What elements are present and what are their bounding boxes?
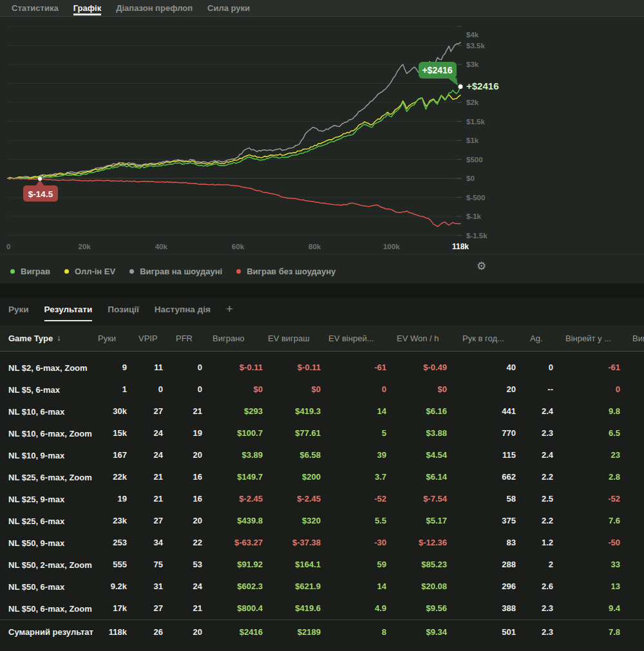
y-axis-label: $500 bbox=[466, 156, 483, 164]
legend-dot-icon bbox=[10, 269, 15, 274]
column-header-game-type[interactable]: Game Type ↓ bbox=[8, 325, 61, 351]
value-cell-10: 7.6 bbox=[0, 510, 620, 532]
table-row-11[interactable]: NL $50, 6-max9.2k3124$602.3$621.914$20.0… bbox=[0, 576, 644, 598]
value-cell-10: 23 bbox=[0, 444, 620, 466]
game-type-label: Game Type bbox=[8, 334, 53, 343]
legend-item-4[interactable]: Виграв без шоудауну bbox=[236, 267, 336, 276]
legend-item-1[interactable]: Виграв bbox=[10, 267, 50, 276]
results-tab-2[interactable]: Результати bbox=[44, 301, 93, 323]
table-row-10[interactable]: NL $50, 2-max, Zoom5557553$91.92$164.159… bbox=[0, 554, 644, 576]
legend-item-2[interactable]: Олл-ін EV bbox=[64, 267, 115, 276]
value-cell-10: -52 bbox=[0, 488, 620, 510]
table-row-3[interactable]: NL $10, 6-max30k2721$293$419.314$6.16441… bbox=[0, 401, 644, 422]
x-axis-label: 100k bbox=[383, 243, 400, 250]
x-axis-label: 60k bbox=[232, 243, 245, 250]
end-point-marker bbox=[459, 84, 463, 89]
value-cell-10: -61 bbox=[0, 357, 620, 379]
table-row-6[interactable]: NL $25, 6-max, Zoom22k2116$149.7$2003.7$… bbox=[0, 466, 644, 488]
value-cell-10: 33 bbox=[0, 554, 620, 576]
legend-item-3[interactable]: Виграв на шоудауні bbox=[129, 267, 222, 276]
min-badge-label: $-14.5 bbox=[28, 189, 53, 199]
y-axis-label: $-1k bbox=[466, 212, 482, 220]
value-cell-10: 0 bbox=[0, 379, 620, 401]
min-point-marker bbox=[38, 177, 42, 181]
x-axis-label: 20k bbox=[79, 243, 91, 250]
series-line-1 bbox=[8, 87, 460, 179]
y-axis-label: $4k bbox=[466, 31, 479, 39]
column-header-3[interactable]: PFR bbox=[176, 325, 193, 351]
legend-label: Олл-ін EV bbox=[75, 267, 115, 276]
results-tab-3[interactable]: Позиції bbox=[108, 301, 139, 323]
column-header-8[interactable]: Рук в год... bbox=[462, 325, 504, 351]
table-row-1[interactable]: NL $2, 6-max, Zoom9110$-0.11$-0.11-61$-0… bbox=[0, 357, 644, 379]
chart-legend: ВигравОлл-ін EVВиграв на шоудауніВиграв … bbox=[0, 262, 336, 280]
y-axis-label: $1.5k bbox=[466, 118, 485, 126]
y-axis-label: $3.5k bbox=[466, 42, 485, 50]
y-axis-label: $2k bbox=[466, 99, 479, 106]
legend-label: Виграв без шоудауну bbox=[247, 267, 336, 276]
value-cell-10: 6.5 bbox=[0, 422, 620, 444]
top-tab-2[interactable]: Графік bbox=[73, 0, 102, 16]
top-tab-3[interactable]: Діапазон префлоп bbox=[116, 0, 193, 16]
table-row-2[interactable]: NL $5, 6-max100$0$00$020--0 bbox=[0, 379, 644, 401]
tooltip-label: +$2416 bbox=[422, 65, 452, 75]
value-cell-10: 9.4 bbox=[0, 598, 620, 619]
results-section: РукиРезультатиПозиціїНаступна дія+ Game … bbox=[0, 298, 644, 651]
y-axis-label: $3k bbox=[466, 61, 479, 68]
chart-panel: 020k40k60k80k100k118k$4k$3.5k$3k$2k$1.5k… bbox=[0, 17, 644, 283]
section-divider bbox=[0, 283, 644, 298]
column-header-6[interactable]: EV вінрей... bbox=[328, 325, 374, 351]
series-line-3 bbox=[8, 42, 460, 179]
legend-dot-icon bbox=[236, 269, 241, 274]
results-tab-4[interactable]: Наступна дія bbox=[155, 301, 211, 323]
table-row-5[interactable]: NL $10, 9-max1672420$3.89$6.5839$4.54115… bbox=[0, 444, 644, 466]
current-value-label: +$2416 bbox=[466, 80, 498, 91]
y-axis-label: $1k bbox=[466, 137, 479, 144]
y-axis-label: $-500 bbox=[466, 194, 485, 202]
legend-label: Виграв на шоудауні bbox=[140, 267, 222, 276]
value-cell-10: -50 bbox=[0, 532, 620, 554]
top-tabbar: СтатистикаГрафікДіапазон префлопСила рук… bbox=[0, 0, 644, 17]
x-axis-label: 0 bbox=[6, 243, 10, 250]
y-axis-label: $-1.5k bbox=[466, 232, 488, 240]
results-tabbar: РукиРезультатиПозиціїНаступна дія+ bbox=[0, 298, 644, 325]
x-axis-label: 80k bbox=[308, 243, 321, 250]
table-body: NL $2, 6-max, Zoom9110$-0.11$-0.11-61$-0… bbox=[0, 352, 644, 619]
top-tab-4[interactable]: Сила руки bbox=[207, 0, 250, 16]
results-tab-1[interactable]: Руки bbox=[8, 301, 29, 323]
column-header-2[interactable]: VPIP bbox=[138, 325, 158, 351]
column-header-7[interactable]: EV Won / h bbox=[397, 325, 439, 351]
series-line-2 bbox=[8, 95, 460, 179]
column-header-4[interactable]: Виграно bbox=[213, 325, 245, 351]
value-cell-10: 13 bbox=[0, 576, 620, 598]
column-header-11[interactable]: Виг bbox=[632, 325, 644, 351]
summary-row: Сумарний результат118k2620$2416$21898$9.… bbox=[0, 619, 644, 644]
table-row-9[interactable]: NL $50, 9-max2533422$-63.27$-37.38-30$-1… bbox=[0, 532, 644, 554]
add-tab-button[interactable]: + bbox=[226, 302, 233, 321]
legend-dot-icon bbox=[129, 269, 134, 274]
sort-descending-icon: ↓ bbox=[57, 334, 61, 343]
tooltip-pointer bbox=[448, 78, 458, 86]
value-cell-10: 7.8 bbox=[0, 620, 620, 644]
y-axis-label: $0 bbox=[466, 175, 475, 182]
legend-label: Виграв bbox=[21, 267, 50, 276]
top-tab-1[interactable]: Статистика bbox=[12, 0, 59, 16]
value-cell-10: 2.8 bbox=[0, 466, 620, 488]
table-header-row: Game Type ↓ РукиVPIPPFRВиграноEV виграшE… bbox=[0, 325, 644, 352]
table-row-7[interactable]: NL $25, 9-max192116$-2.45$-2.45-52$-7.54… bbox=[0, 488, 644, 510]
column-header-9[interactable]: Ag. bbox=[530, 325, 543, 351]
column-header-1[interactable]: Руки bbox=[98, 325, 116, 351]
value-cell-10: 9.8 bbox=[0, 401, 620, 422]
table-row-12[interactable]: NL $50, 6-max, Zoom17k2721$800.4$419.64.… bbox=[0, 598, 644, 619]
table-row-8[interactable]: NL $25, 6-max23k2720$439.8$3205.5$5.1737… bbox=[0, 510, 644, 532]
x-axis-label: 40k bbox=[155, 243, 168, 250]
legend-dot-icon bbox=[64, 269, 69, 274]
x-axis-label: 118k bbox=[452, 242, 469, 251]
winnings-chart[interactable]: 020k40k60k80k100k118k$4k$3.5k$3k$2k$1.5k… bbox=[0, 17, 644, 259]
series-line-4 bbox=[8, 178, 460, 227]
column-header-10[interactable]: Вінрейт у ... bbox=[565, 325, 611, 351]
column-header-5[interactable]: EV виграш bbox=[268, 325, 310, 351]
table-row-4[interactable]: NL $10, 6-max, Zoom15k2419$100.7$77.615$… bbox=[0, 422, 644, 444]
gear-icon[interactable]: ⚙ bbox=[477, 261, 486, 272]
